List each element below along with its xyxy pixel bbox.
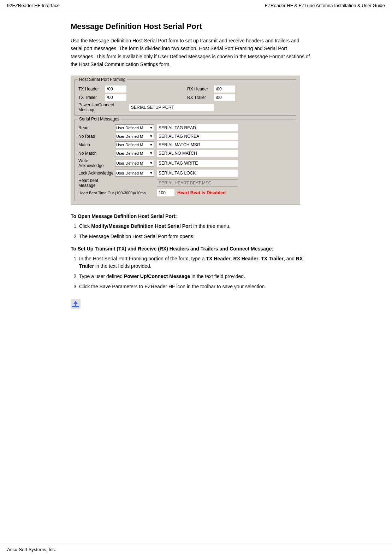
- setup-step-2-bold: Power Up/Connect Message: [124, 273, 190, 279]
- instructions: To Open Message Definition Host Serial P…: [71, 213, 318, 310]
- noread-dropdown-arrow: ▼: [149, 134, 153, 138]
- rx-header-label: RX Header: [187, 87, 212, 91]
- intro-text: Use the Message Definition Host Serial P…: [71, 37, 311, 69]
- noread-dropdown[interactable]: User Defined M ▼: [115, 133, 154, 140]
- open-heading: To Open Message Definition Host Serial P…: [71, 213, 318, 219]
- save-icon-container[interactable]: [71, 299, 79, 307]
- svg-rect-2: [72, 306, 79, 307]
- tx-header-input[interactable]: [105, 85, 126, 93]
- setup-step-1-bold-2: RX Header: [233, 256, 259, 261]
- power-up-label: Power Up/Connect Message: [78, 102, 128, 112]
- tx-trailer-input[interactable]: [105, 94, 126, 101]
- match-dropdown-arrow: ▼: [149, 143, 153, 147]
- heartbeat-msg-row: Heart beat Message: [78, 178, 292, 188]
- heartbeat-timeout-input[interactable]: [157, 189, 174, 196]
- open-step-1-bold: Modify/Message Definition Host Serial Po…: [91, 223, 192, 229]
- heartbeat-msg-input: [157, 179, 238, 187]
- write-dropdown[interactable]: User Defined M ▼: [115, 160, 154, 167]
- power-up-row: Power Up/Connect Message: [78, 102, 292, 112]
- save-icon: [71, 299, 81, 309]
- noread-row: No Read User Defined M ▼: [78, 133, 292, 140]
- setup-step-1-bold-1: TX Header: [206, 256, 231, 261]
- setup-steps-list: In the Host Serial Port Framing portion …: [79, 255, 318, 290]
- tx-trailer-row: TX Trailer: [78, 94, 184, 101]
- setup-step-2: Type a user defined Power Up/Connect Mes…: [79, 273, 318, 280]
- tx-trailer-label: TX Trailer: [78, 95, 103, 100]
- match-dropdown[interactable]: User Defined M ▼: [115, 141, 154, 148]
- read-row: Read User Defined M ▼: [78, 124, 292, 131]
- form-screenshot: Host Serial Port Framing TX Header RX He…: [71, 76, 300, 205]
- noread-input[interactable]: [157, 133, 238, 140]
- footer-left: Accu-Sort Systems, Inc.: [7, 547, 56, 552]
- read-dropdown-arrow: ▼: [149, 126, 153, 130]
- open-step-1: Click Modify/Message Definition Host Ser…: [79, 223, 318, 230]
- tx-header-row: TX Header: [78, 85, 184, 93]
- content-area: Message Definition Host Serial Port Use …: [0, 11, 392, 331]
- page-footer: Accu-Sort Systems, Inc.: [0, 544, 392, 555]
- tx-header-label: TX Header: [78, 87, 103, 91]
- open-steps-list: Click Modify/Message Definition Host Ser…: [79, 223, 318, 240]
- header-page-number: 92: [7, 3, 12, 8]
- serial-messages-section-title: Serial Port Messages: [78, 117, 121, 122]
- lock-input[interactable]: [157, 170, 238, 177]
- nomatch-input[interactable]: [157, 150, 238, 157]
- nomatch-dropdown-arrow: ▼: [149, 151, 153, 155]
- write-input[interactable]: [157, 160, 238, 167]
- rx-trailer-input[interactable]: [214, 94, 235, 101]
- rx-header-input[interactable]: [214, 85, 235, 93]
- setup-step-1: In the Host Serial Port Framing portion …: [79, 255, 318, 270]
- lock-ack-row: Lock Acknowledge User Defined M ▼: [78, 170, 292, 177]
- nomatch-row: No Match User Defined M ▼: [78, 150, 292, 157]
- nomatch-dropdown[interactable]: User Defined M ▼: [115, 150, 154, 157]
- power-up-input[interactable]: [129, 104, 214, 111]
- header-right: EZReader HF & EZTune Antenna Installatio…: [265, 3, 385, 8]
- rx-header-row: RX Header: [187, 85, 292, 93]
- write-dropdown-arrow: ▼: [149, 161, 153, 165]
- heartbeat-disabled-label: Heart Beat is Disabled: [177, 190, 226, 195]
- serial-port-messages-section: Serial Port Messages Read User Defined M…: [75, 119, 296, 201]
- page-title: Message Definition Host Serial Port: [71, 22, 371, 31]
- host-serial-port-framing-section: Host Serial Port Framing TX Header RX He…: [75, 79, 296, 116]
- match-input[interactable]: [157, 141, 238, 148]
- write-ack-row: Write Acknowledge User Defined M ▼: [78, 158, 292, 168]
- lock-dropdown-arrow: ▼: [149, 171, 153, 175]
- lock-dropdown[interactable]: User Defined M ▼: [115, 170, 154, 177]
- read-input[interactable]: [157, 124, 238, 131]
- setup-step-3: Click the Save Parameters to EZReader HF…: [79, 283, 318, 290]
- rx-trailer-label: RX Trailer: [187, 95, 212, 100]
- framing-section-title: Host Serial Port Framing: [78, 77, 127, 82]
- page-header: 92 EZReader HF Interface EZReader HF & E…: [0, 0, 392, 11]
- messages-container: Read User Defined M ▼ No Read User Defin…: [78, 124, 292, 196]
- open-step-2: The Message Definition Host Serial Port …: [79, 233, 318, 240]
- header-left: EZReader HF Interface: [12, 3, 59, 8]
- setup-step-1-bold-3: TX Trailer: [261, 256, 284, 261]
- match-row: Match User Defined M ▼: [78, 141, 292, 148]
- heartbeat-timeout-row: Heart Beat Time Out (100-3000)×10ms Hear…: [78, 189, 292, 196]
- setup-heading: To Set Up Transmit (TX) and Receive (RX)…: [71, 246, 318, 252]
- read-dropdown[interactable]: User Defined M ▼: [115, 124, 154, 131]
- rx-trailer-row: RX Trailer: [187, 94, 292, 101]
